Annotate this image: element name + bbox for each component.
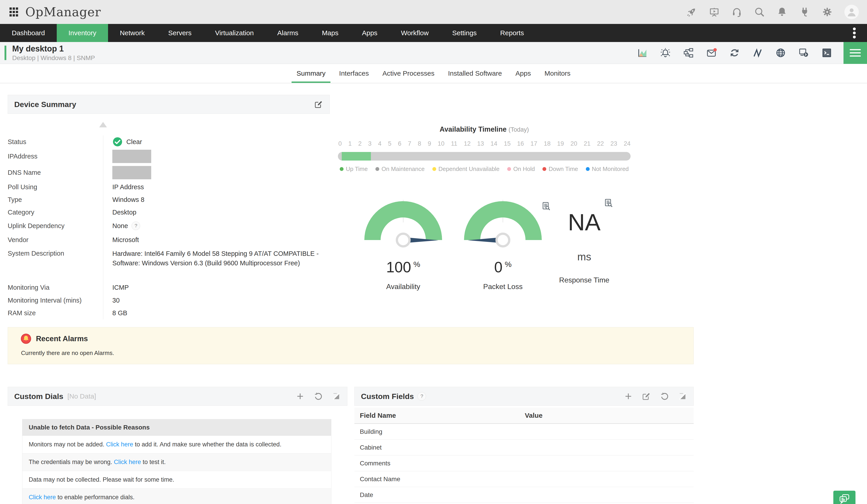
nav-tab-dashboard[interactable]: Dashboard xyxy=(0,24,57,42)
nav-tab-network[interactable]: Network xyxy=(108,24,157,42)
add-dial-icon[interactable] xyxy=(296,392,305,401)
refresh-fields-icon[interactable] xyxy=(660,392,669,401)
nav-tab-virtualization[interactable]: Virtualization xyxy=(203,24,266,42)
collapse-fields-icon[interactable] xyxy=(678,392,687,401)
rediscover-sync-icon[interactable] xyxy=(729,47,740,58)
timeline-tick: 16 xyxy=(517,140,524,147)
device-subtabs: Summary Interfaces Active Processes Inst… xyxy=(0,64,867,83)
nav-overflow-kebab-icon[interactable] xyxy=(850,24,859,42)
nav-tab-settings[interactable]: Settings xyxy=(440,24,489,42)
demo-presentation-icon[interactable] xyxy=(709,7,720,18)
custom-dials-panel: Custom Dials [No Data] xyxy=(8,387,347,504)
click-here-test-credentials-link[interactable]: Click here xyxy=(114,459,141,465)
availability-unit: % xyxy=(414,260,420,269)
table-row[interactable]: Contact Name xyxy=(354,471,694,487)
performance-chart-icon[interactable] xyxy=(637,47,648,58)
nav-tab-maps[interactable]: Maps xyxy=(310,24,350,42)
column-field-name: Field Name xyxy=(354,412,525,419)
refresh-dials-icon[interactable] xyxy=(314,392,323,401)
table-row[interactable]: Building xyxy=(354,424,694,440)
field-value: Hardware: Intel64 Family 6 Model 58 Step… xyxy=(112,249,330,268)
table-row[interactable]: Date xyxy=(354,487,694,503)
custom-fields-panel: Custom Fields ? xyxy=(354,387,694,503)
nav-tab-servers[interactable]: Servers xyxy=(157,24,203,42)
table-row[interactable]: Cabinet xyxy=(354,440,694,456)
recent-alarms-panel: Recent Alarms Currently there are no ope… xyxy=(8,327,694,364)
timeline-tick: 17 xyxy=(531,140,537,147)
plugin-icon[interactable] xyxy=(799,7,810,18)
timeline-tick: 1 xyxy=(348,140,352,147)
subtab-active-processes[interactable]: Active Processes xyxy=(376,64,441,83)
latency-wave-icon[interactable] xyxy=(752,47,763,58)
nav-tab-inventory[interactable]: Inventory xyxy=(57,24,108,42)
subtab-apps[interactable]: Apps xyxy=(509,64,538,83)
remote-session-icon[interactable] xyxy=(798,47,809,58)
custom-dials-status-note: [No Data] xyxy=(67,393,96,400)
terminal-icon[interactable] xyxy=(821,47,832,58)
user-avatar[interactable] xyxy=(844,5,859,19)
timeline-tick: 0 xyxy=(338,140,342,147)
custom-fields-help-icon[interactable]: ? xyxy=(417,392,426,401)
support-headset-icon[interactable] xyxy=(731,7,742,18)
packet-loss-label: Packet Loss xyxy=(464,283,542,291)
scroll-up-arrow[interactable] xyxy=(99,122,107,127)
edit-fields-icon[interactable] xyxy=(642,392,651,401)
timeline-bar[interactable] xyxy=(338,152,631,161)
notifications-bell-icon[interactable] xyxy=(777,7,788,18)
subtab-summary[interactable]: Summary xyxy=(290,64,332,83)
nav-tab-alarms[interactable]: Alarms xyxy=(266,24,310,42)
timeline-tick: 9 xyxy=(428,140,431,147)
main-nav: Dashboard Inventory Network Servers Virt… xyxy=(0,24,867,42)
availability-value: 100% xyxy=(364,259,442,276)
timeline-tick: 22 xyxy=(597,140,604,147)
table-row[interactable]: Comments xyxy=(354,456,694,471)
click-here-add-monitor-link[interactable]: Click here xyxy=(106,441,133,448)
timeline-tick: 7 xyxy=(408,140,411,147)
timeline-tick: 6 xyxy=(398,140,402,147)
legend-on-maintenance: On Maintenance xyxy=(375,165,425,173)
device-menu-button[interactable] xyxy=(844,42,867,64)
dials-error-row: Monitors may not be added. Click here to… xyxy=(22,436,331,453)
alarms-bell-icon[interactable] xyxy=(660,47,671,58)
device-summary-panel: Device Summary Status xyxy=(8,95,330,319)
device-subtitle: Desktop | Windows 8 | SNMP xyxy=(12,54,95,62)
timeline-legend: Up Time On Maintenance Dependent Unavail… xyxy=(338,165,631,173)
nav-tab-workflow[interactable]: Workflow xyxy=(389,24,440,42)
app-logo: OpManager xyxy=(25,5,101,19)
legend-dot xyxy=(543,167,546,171)
web-globe-icon[interactable] xyxy=(775,47,786,58)
custom-dials-header: Custom Dials [No Data] xyxy=(8,387,347,406)
settings-gear-icon[interactable] xyxy=(822,7,833,18)
search-icon[interactable] xyxy=(754,7,765,18)
subtab-interfaces[interactable]: Interfaces xyxy=(332,64,376,83)
add-field-icon[interactable] xyxy=(624,392,633,401)
apps-grid-icon[interactable] xyxy=(8,7,19,18)
nav-tab-apps[interactable]: Apps xyxy=(350,24,389,42)
packet-loss-report-icon[interactable] xyxy=(540,201,551,211)
legend-dot xyxy=(340,167,344,171)
field-value: Microsoft xyxy=(112,236,139,244)
status-clear-icon xyxy=(112,136,123,147)
topbar: OpManager xyxy=(0,0,867,24)
response-time-value: NA xyxy=(547,209,622,236)
field-value: ICMP xyxy=(112,284,129,291)
rocket-icon[interactable] xyxy=(686,7,697,18)
nav-tab-reports[interactable]: Reports xyxy=(489,24,536,42)
packet-loss-gauge: 0% Packet Loss xyxy=(464,196,542,291)
click-here-enable-dials-link[interactable]: Click here xyxy=(29,494,56,501)
timeline-tick: 19 xyxy=(557,140,564,147)
subtab-monitors[interactable]: Monitors xyxy=(538,64,577,83)
device-title: My desktop 1 xyxy=(12,44,95,53)
response-time-report-icon[interactable] xyxy=(603,198,613,208)
timeline-tick: 12 xyxy=(464,140,471,147)
uplink-help-icon[interactable]: ? xyxy=(131,221,140,230)
workflow-diagram-icon[interactable] xyxy=(683,47,694,58)
chat-feedback-button[interactable] xyxy=(833,491,855,504)
edit-device-icon[interactable] xyxy=(314,100,323,109)
subtab-installed-software[interactable]: Installed Software xyxy=(441,64,509,83)
field-value: IP Address xyxy=(112,183,144,191)
recent-alarms-bell-icon xyxy=(21,333,31,344)
notify-mail-icon[interactable] xyxy=(706,47,717,58)
field-value: 8 GB xyxy=(112,309,127,317)
collapse-dials-icon[interactable] xyxy=(332,392,341,401)
